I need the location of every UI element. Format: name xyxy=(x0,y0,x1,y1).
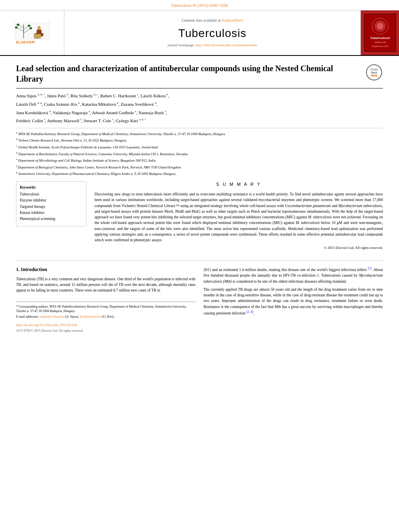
keywords-box: Keywords: Tuberculosis Enzyme inhibitor … xyxy=(16,181,86,226)
doi-section: http://dx.doi.org/10.1016/j.tube.2015.02… xyxy=(16,323,195,328)
affiliations-section: a MTA-SE Pathobiochemistry Research Grou… xyxy=(16,128,383,177)
journal-citation: Tuberculosis 95 (2015) S200–S206 xyxy=(171,3,228,8)
keywords-list: Tuberculosis Enzyme inhibitor Targeted t… xyxy=(20,192,83,222)
contents-line: Contents lists available at ScienceDirec… xyxy=(181,18,243,23)
authors-line3: Jana Korduláková d, Valakunja Nagaraja e… xyxy=(16,109,383,117)
affiliation-b: b Vichem Chemie Research Ltd., Herman Ot… xyxy=(16,137,383,143)
summary-column: S U M M A R Y Discovering new drugs to t… xyxy=(95,181,383,255)
journal-url-link[interactable]: http://intl.elsevierhealth.com/journals/… xyxy=(195,43,257,47)
email-link-sipos[interactable]: asipos@vichem.hu xyxy=(40,315,64,318)
species-name4: M. tuberculosis xyxy=(296,221,320,225)
svg-text:Volume 95: Volume 95 xyxy=(374,41,386,43)
species-name: Corynebacterium glutamicum xyxy=(285,204,331,208)
footnote-corresponding: * Corresponding authors. MTA-SE Pathobio… xyxy=(16,304,195,313)
elsevier-logo-section: ELSEVIER xyxy=(0,10,64,55)
footnote-email: E-mail addresses: asipos@vichem.hu (A. S… xyxy=(16,314,195,319)
introduction-left-column: 1. Introduction Tuberculosis (TB) is a v… xyxy=(16,266,195,333)
intro-paragraph1: Tuberculosis (TB) is a very common and v… xyxy=(16,276,195,294)
sciencedirect-link[interactable]: ScienceDirect xyxy=(222,18,243,23)
intro-paragraph3: The currently applied TB drugs are almos… xyxy=(204,287,383,316)
footnote-section: * Corresponding authors. MTA-SE Pathobio… xyxy=(16,302,195,319)
introduction-right-column: 2011 and an estimated 1.4 million deaths… xyxy=(204,266,383,333)
keywords-column: Keywords: Tuberculosis Enzyme inhibitor … xyxy=(16,181,86,255)
species-name2: Mycobacterium tuberculosis xyxy=(338,204,382,208)
svg-text:Cross: Cross xyxy=(370,68,378,71)
doi-link[interactable]: http://dx.doi.org/10.1016/j.tube.2015.02… xyxy=(16,323,77,327)
affiliation-a: a MTA-SE Pathobiochemistry Research Grou… xyxy=(16,131,383,137)
svg-point-9 xyxy=(29,27,32,29)
svg-point-21 xyxy=(377,23,383,29)
affiliation-g: g Semmelweis University, Department of P… xyxy=(16,170,383,177)
crossmark-section[interactable]: Cross Mark xyxy=(365,63,383,81)
journal-title-section: Contents lists available at ScienceDirec… xyxy=(64,10,361,55)
svg-point-8 xyxy=(27,25,30,27)
introduction-heading: 1. Introduction xyxy=(16,266,195,273)
article-title-section: Lead selection and characterization of a… xyxy=(16,63,383,88)
keyword-item: Kinase inhibitor xyxy=(20,210,83,216)
cover-svg-icon: Tuberculosis Volume 95 Supplement 2015 xyxy=(364,14,396,51)
article-title: Lead selection and characterization of a… xyxy=(16,63,346,84)
introduction-section: 1. Introduction Tuberculosis (TB) is a v… xyxy=(16,266,383,333)
authors-line1: Anna Sipos a, b, *, János Pató b, Rita S… xyxy=(16,92,383,100)
keywords-title: Keywords: xyxy=(20,185,83,190)
section-divider xyxy=(16,260,383,261)
affiliation-c: c Global Health Institute, Ecole Polytec… xyxy=(16,144,383,150)
issn-line: 1472-9792/© 2015 Elsevier Ltd. All right… xyxy=(16,329,195,333)
affiliation-f: f Department of Biological Chemistry, Jo… xyxy=(16,164,383,170)
reference-2-4: [2–4] xyxy=(246,310,253,314)
svg-text:Supplement 2015: Supplement 2015 xyxy=(371,45,389,47)
summary-title: S U M M A R Y xyxy=(95,181,383,188)
journal-name: Tuberculosis xyxy=(178,25,247,41)
authors-line4: Frédéric Collin f, Anthony Maxwell f, St… xyxy=(16,117,383,125)
species-name3: M. tuberculosis xyxy=(308,215,332,219)
email-link-keri[interactable]: keri@vichem.hu xyxy=(80,315,101,318)
journal-cover-section: Tuberculosis Volume 95 Supplement 2015 xyxy=(361,10,399,55)
svg-rect-0 xyxy=(15,23,49,39)
crossmark-icon: Cross Mark xyxy=(366,64,382,80)
svg-point-6 xyxy=(16,24,19,26)
page: Tuberculosis 95 (2015) S200–S206 xyxy=(0,0,399,532)
svg-point-10 xyxy=(37,26,41,30)
svg-text:ELSEVIER: ELSEVIER xyxy=(16,40,35,44)
keyword-item: Enzyme inhibitor xyxy=(20,198,83,203)
copyright-line: © 2015 Elsevier Ltd. All rights reserved… xyxy=(95,245,383,251)
svg-point-7 xyxy=(15,27,18,29)
journal-cover-image: Tuberculosis Volume 95 Supplement 2015 xyxy=(364,14,396,52)
summary-text: Discovering new drugs to treat tuberculo… xyxy=(95,191,383,243)
journal-homepage: journal homepage: http://intl.elsevierhe… xyxy=(168,43,257,48)
main-content: Lead selection and characterization of a… xyxy=(0,56,399,340)
top-banner: Tuberculosis 95 (2015) S200–S206 xyxy=(0,0,399,10)
keyword-item: Targeted therapy xyxy=(20,204,83,210)
affiliation-d: d Department of Biochemistry, Faculty of… xyxy=(16,151,383,157)
authors-line2: László Örfi b, g, Csaba Szántai–Kis b, K… xyxy=(16,101,383,108)
intro-paragraph2: 2011 and an estimated 1.4 million deaths… xyxy=(204,266,383,284)
elsevier-logo-icon: ELSEVIER xyxy=(10,21,54,45)
svg-text:Tuberculosis: Tuberculosis xyxy=(370,36,390,40)
summary-section: S U M M A R Y Discovering new drugs to t… xyxy=(95,181,383,251)
species-mtb: Mycobacterium tuberculosis (Mtb) xyxy=(204,273,383,283)
keyword-item: Tuberculosis xyxy=(20,192,83,197)
affiliation-e: e Department of Microbiology and Cell Bi… xyxy=(16,157,383,163)
journal-header: ELSEVIER Contents lists available at Sci… xyxy=(0,10,399,56)
reference-1: [1] xyxy=(368,267,371,270)
authors-section: Anna Sipos a, b, *, János Pató b, Rita S… xyxy=(16,92,383,124)
keywords-summary-section: Keywords: Tuberculosis Enzyme inhibitor … xyxy=(16,181,383,255)
svg-text:Mark: Mark xyxy=(371,71,377,74)
keyword-item: Phenotypical screening xyxy=(20,216,83,222)
